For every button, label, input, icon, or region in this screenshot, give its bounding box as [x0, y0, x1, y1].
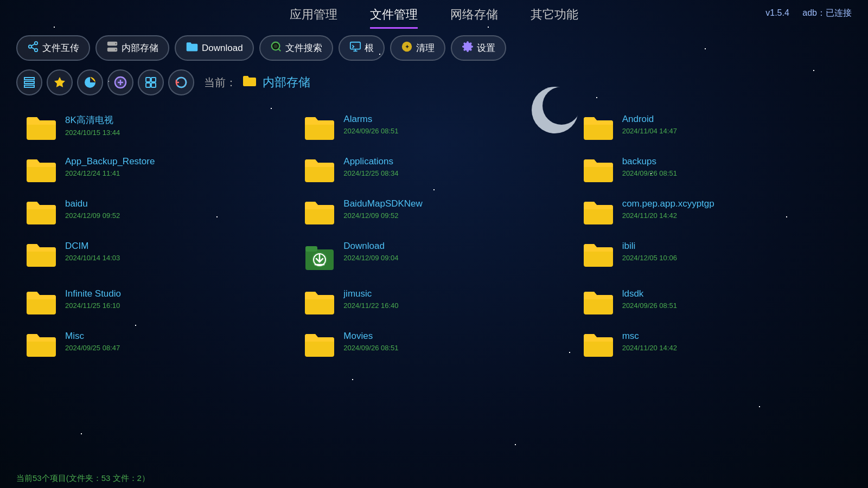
list-item[interactable]: 8K高清电视 2024/10/15 13:44: [16, 106, 295, 149]
file-name: Alarms: [343, 114, 398, 125]
download-folder-button[interactable]: Download: [175, 35, 254, 61]
list-view-button[interactable]: [16, 69, 42, 95]
list-item[interactable]: Download 2024/12/09 09:04: [295, 233, 573, 281]
list-item[interactable]: Misc 2024/09/25 08:47: [16, 323, 295, 365]
list-item[interactable]: BaiduMapSDKNew 2024/12/09 09:52: [295, 191, 573, 233]
list-item[interactable]: backups 2024/09/26 08:51: [573, 149, 852, 191]
folder-icon: [582, 288, 615, 316]
clean-button[interactable]: ✦ 清理: [390, 35, 445, 61]
nav-other-functions[interactable]: 其它功能: [531, 7, 578, 29]
file-date: 2024/09/26 08:51: [622, 169, 677, 177]
favorites-button[interactable]: [47, 69, 73, 95]
svg-rect-18: [24, 81, 34, 84]
list-item[interactable]: com.pep.app.xcyyptgp 2024/11/20 14:42: [573, 191, 852, 233]
folder-icon: [303, 156, 336, 183]
list-item[interactable]: Infinite Studio 2024/11/25 16:10: [16, 281, 295, 323]
toolbar: 文件互传 内部存储 Download 文件搜索: [0, 29, 868, 67]
special-folder-icon: [303, 241, 336, 273]
file-name: Movies: [343, 331, 398, 342]
settings-label: 设置: [477, 42, 495, 54]
list-item[interactable]: msc 2024/11/20 14:42: [573, 323, 852, 365]
root-label: 根: [365, 42, 374, 54]
file-name: ldsdk: [622, 288, 677, 299]
current-path: 当前： 内部存储: [204, 74, 310, 91]
folder-icon: [582, 156, 615, 183]
file-info: Misc 2024/09/25 08:47: [65, 331, 120, 352]
file-info: Applications 2024/12/25 08:34: [343, 156, 398, 177]
root-button[interactable]: 根: [339, 35, 385, 61]
file-name: App_Backup_Restore: [65, 156, 155, 167]
file-date: 2024/09/25 08:47: [65, 344, 120, 352]
internal-storage-button[interactable]: 内部存储: [95, 35, 169, 61]
file-date: 2024/12/09 09:52: [343, 211, 423, 220]
folder-icon: [25, 156, 58, 183]
storage-icon: [106, 41, 118, 55]
nav-app-management[interactable]: 应用管理: [290, 7, 337, 29]
list-item[interactable]: ibili 2024/12/05 10:06: [573, 233, 852, 281]
search-icon: [270, 41, 282, 55]
file-transfer-label: 文件互传: [42, 42, 79, 54]
adb-status: adb：已连接: [802, 8, 852, 17]
file-name: ibili: [622, 241, 677, 252]
file-name: Misc: [65, 331, 120, 342]
list-item[interactable]: DCIM 2024/10/14 14:03: [16, 233, 295, 281]
file-name: Download: [343, 241, 398, 252]
list-item[interactable]: Alarms 2024/09/26 08:51: [295, 106, 573, 149]
file-date: 2024/11/22 16:40: [343, 301, 398, 310]
file-info: BaiduMapSDKNew 2024/12/09 09:52: [343, 198, 423, 220]
share-icon: [27, 41, 39, 55]
list-item[interactable]: Applications 2024/12/25 08:34: [295, 149, 573, 191]
folder-icon: [582, 241, 615, 268]
file-transfer-button[interactable]: 文件互传: [16, 35, 90, 61]
svg-rect-17: [24, 78, 34, 80]
settings-button[interactable]: 设置: [451, 35, 506, 61]
file-info: backups 2024/09/26 08:51: [622, 156, 677, 177]
file-date: 2024/09/26 08:51: [622, 301, 677, 310]
file-info: Infinite Studio 2024/11/25 16:10: [65, 288, 121, 310]
add-button[interactable]: [107, 69, 133, 95]
folder-icon: [25, 331, 58, 358]
folder-icon: [582, 198, 615, 226]
list-item[interactable]: ldsdk 2024/09/26 08:51: [573, 281, 852, 323]
folder-icon: [25, 241, 58, 268]
select-button[interactable]: [138, 69, 164, 95]
file-info: msc 2024/11/20 14:42: [622, 331, 677, 352]
svg-text:✦: ✦: [404, 43, 409, 50]
file-search-button[interactable]: 文件搜索: [259, 35, 333, 61]
file-info: com.pep.app.xcyyptgp 2024/11/20 14:42: [622, 198, 714, 220]
file-info: Download 2024/12/09 09:04: [343, 241, 398, 262]
refresh-button[interactable]: [168, 69, 194, 95]
svg-point-1: [29, 45, 32, 48]
svg-point-8: [116, 49, 117, 50]
top-nav: 应用管理 文件管理 网络存储 其它功能 v1.5.4 adb：已连接: [0, 0, 868, 29]
folder-icon: [582, 114, 615, 141]
svg-rect-19: [24, 85, 34, 87]
version-label: v1.5.4: [765, 8, 789, 17]
version-info: v1.5.4 adb：已连接: [755, 8, 852, 19]
secondary-toolbar: 当前： 内部存储: [0, 67, 868, 101]
internal-storage-label: 内部存储: [122, 42, 158, 54]
list-item[interactable]: jimusic 2024/11/22 16:40: [295, 281, 573, 323]
file-date: 2024/10/14 14:03: [65, 254, 120, 262]
folder-icon: [303, 198, 336, 226]
list-item[interactable]: App_Backup_Restore 2024/12/24 11:41: [16, 149, 295, 191]
nav-file-management[interactable]: 文件管理: [370, 7, 418, 29]
file-info: ibili 2024/12/05 10:06: [622, 241, 677, 262]
file-name: Infinite Studio: [65, 288, 121, 299]
svg-rect-27: [151, 83, 156, 87]
list-item[interactable]: baidu 2024/12/09 09:52: [16, 191, 295, 233]
folder-icon: [25, 114, 58, 141]
file-name: 8K高清电视: [65, 114, 120, 126]
file-date: 2024/12/09 09:04: [343, 254, 398, 262]
file-name: com.pep.app.xcyyptgp: [622, 198, 714, 209]
clean-label: 清理: [416, 42, 435, 54]
file-search-label: 文件搜索: [285, 42, 322, 54]
list-item[interactable]: Movies 2024/09/26 08:51: [295, 323, 573, 365]
folder-icon: [582, 331, 615, 358]
chart-button[interactable]: [77, 69, 103, 95]
file-info: ldsdk 2024/09/26 08:51: [622, 288, 677, 310]
nav-network-storage[interactable]: 网络存储: [450, 7, 498, 29]
list-item[interactable]: Android 2024/11/04 14:47: [573, 106, 852, 149]
current-path-name: 内部存储: [263, 74, 310, 91]
path-folder-icon: [242, 74, 257, 91]
